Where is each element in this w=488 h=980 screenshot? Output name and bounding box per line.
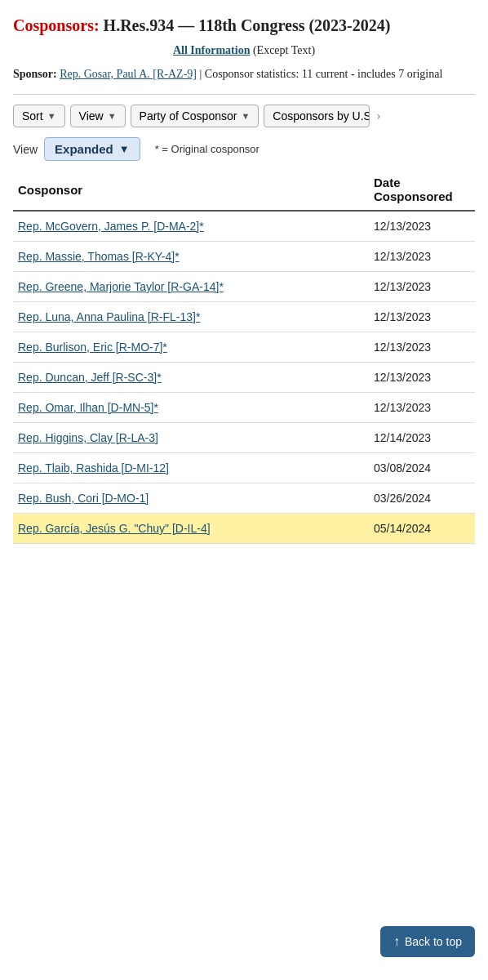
- all-info-note: (Except Text): [253, 44, 315, 56]
- page-title: Cosponsors: H.Res.934 — 118th Congress (…: [13, 15, 475, 36]
- view-bar-label: View: [13, 143, 38, 156]
- cosponsor-date-cell: 12/13/2023: [369, 242, 475, 272]
- sort-arrow-icon: ▼: [47, 111, 56, 121]
- cosponsors-by-label: Cosponsors by U.S.: [273, 109, 370, 122]
- cosponsor-link[interactable]: Rep. Greene, Marjorie Taylor [R-GA-14]*: [18, 280, 224, 293]
- expanded-label: Expanded: [55, 142, 113, 156]
- table-row: Rep. Duncan, Jeff [R-SC-3]*12/13/2023: [13, 363, 475, 393]
- cosponsor-link[interactable]: Rep. Massie, Thomas [R-KY-4]*: [18, 250, 180, 263]
- party-filter-label: Party of Cosponsor: [140, 109, 237, 122]
- table-row: Rep. Massie, Thomas [R-KY-4]*12/13/2023: [13, 242, 475, 272]
- cosponsor-link[interactable]: Rep. Burlison, Eric [R-MO-7]*: [18, 341, 167, 354]
- divider: [13, 94, 475, 95]
- cosponsor-link[interactable]: Rep. Higgins, Clay [R-LA-3]: [18, 431, 158, 444]
- table-row: Rep. Greene, Marjorie Taylor [R-GA-14]*1…: [13, 272, 475, 302]
- view-filter-label: View: [79, 109, 104, 122]
- party-filter-button[interactable]: Party of Cosponsor ▼: [131, 105, 260, 127]
- expanded-view-button[interactable]: Expanded ▼: [44, 137, 140, 161]
- sort-button[interactable]: Sort ▼: [13, 105, 65, 127]
- sponsor-info: Sponsor: Rep. Gosar, Paul A. [R-AZ-9] | …: [13, 65, 475, 82]
- table-row: Rep. García, Jesús G. "Chuy" [D-IL-4]05/…: [13, 514, 475, 544]
- party-arrow-icon: ▼: [241, 111, 250, 121]
- filter-bar: Sort ▼ View ▼ Party of Cosponsor ▼ Cospo…: [13, 105, 475, 127]
- cosponsor-name-cell: Rep. García, Jesús G. "Chuy" [D-IL-4]: [13, 514, 369, 544]
- cosponsor-date-cell: 12/13/2023: [369, 302, 475, 332]
- cosponsors-table: Cosponsor Date Cosponsored Rep. McGovern…: [13, 169, 475, 544]
- back-to-top-label: Back to top: [405, 935, 462, 948]
- table-row: Rep. Omar, Ilhan [D-MN-5]*12/13/2023: [13, 393, 475, 423]
- table-row: Rep. Bush, Cori [D-MO-1]03/26/2024: [13, 483, 475, 514]
- sponsor-link[interactable]: Rep. Gosar, Paul A. [R-AZ-9]: [60, 68, 197, 80]
- cosponsor-name-cell: Rep. Bush, Cori [D-MO-1]: [13, 483, 369, 514]
- table-row: Rep. Higgins, Clay [R-LA-3]12/14/2023: [13, 423, 475, 453]
- original-cosponsor-note: * = Original cosponsor: [155, 143, 260, 155]
- cosponsor-date-cell: 03/26/2024: [369, 483, 475, 514]
- cosponsor-link[interactable]: Rep. Tlaib, Rashida [D-MI-12]: [18, 461, 169, 474]
- cosponsor-date-cell: 12/13/2023: [369, 332, 475, 363]
- col-cosponsor: Cosponsor: [13, 169, 369, 211]
- cosponsor-date-cell: 03/08/2024: [369, 453, 475, 483]
- view-filter-button[interactable]: View ▼: [70, 105, 126, 127]
- cosponsor-name-cell: Rep. McGovern, James P. [D-MA-2]*: [13, 211, 369, 242]
- all-info-section: All Information (Except Text): [13, 44, 475, 57]
- cosponsor-name-cell: Rep. Greene, Marjorie Taylor [R-GA-14]*: [13, 272, 369, 302]
- view-bar: View Expanded ▼ * = Original cosponsor: [13, 137, 475, 161]
- cosponsor-link[interactable]: Rep. Duncan, Jeff [R-SC-3]*: [18, 371, 162, 384]
- cosponsor-date-cell: 12/13/2023: [369, 393, 475, 423]
- table-header-row: Cosponsor Date Cosponsored: [13, 169, 475, 211]
- table-row: Rep. Burlison, Eric [R-MO-7]*12/13/2023: [13, 332, 475, 363]
- cosponsor-name-cell: Rep. Duncan, Jeff [R-SC-3]*: [13, 363, 369, 393]
- cosponsor-date-cell: 12/13/2023: [369, 272, 475, 302]
- table-row: Rep. Luna, Anna Paulina [R-FL-13]*12/13/…: [13, 302, 475, 332]
- view-filter-arrow-icon: ▼: [108, 111, 117, 121]
- cosponsor-link[interactable]: Rep. Luna, Anna Paulina [R-FL-13]*: [18, 310, 200, 323]
- cosponsor-link[interactable]: Rep. McGovern, James P. [D-MA-2]*: [18, 220, 204, 233]
- cosponsor-date-cell: 05/14/2024: [369, 514, 475, 544]
- sort-label: Sort: [22, 109, 43, 122]
- table-row: Rep. McGovern, James P. [D-MA-2]*12/13/2…: [13, 211, 475, 242]
- bill-title: H.Res.934 — 118th Congress (2023-2024): [104, 16, 391, 34]
- cosponsor-link[interactable]: Rep. Bush, Cori [D-MO-1]: [18, 492, 149, 505]
- cosponsor-name-cell: Rep. Higgins, Clay [R-LA-3]: [13, 423, 369, 453]
- cosponsor-link[interactable]: Rep. García, Jesús G. "Chuy" [D-IL-4]: [18, 522, 211, 535]
- cosponsor-date-cell: 12/13/2023: [369, 363, 475, 393]
- cosponsor-date-cell: 12/14/2023: [369, 423, 475, 453]
- sponsor-prefix: Sponsor:: [13, 68, 60, 80]
- cosponsor-name-cell: Rep. Tlaib, Rashida [D-MI-12]: [13, 453, 369, 483]
- cosponsor-name-cell: Rep. Omar, Ilhan [D-MN-5]*: [13, 393, 369, 423]
- cosponsor-date-cell: 12/13/2023: [369, 211, 475, 242]
- cosponsor-name-cell: Rep. Burlison, Eric [R-MO-7]*: [13, 332, 369, 363]
- cosponsors-by-button[interactable]: Cosponsors by U.S. ▼: [264, 105, 370, 127]
- cosponsor-link[interactable]: Rep. Omar, Ilhan [D-MN-5]*: [18, 401, 158, 414]
- cosponsors-label: Cosponsors:: [13, 16, 100, 34]
- cosponsor-name-cell: Rep. Luna, Anna Paulina [R-FL-13]*: [13, 302, 369, 332]
- all-info-link[interactable]: All Information: [173, 44, 251, 56]
- cosponsor-name-cell: Rep. Massie, Thomas [R-KY-4]*: [13, 242, 369, 272]
- up-arrow-icon: ↑: [393, 934, 400, 949]
- col-date: Date Cosponsored: [369, 169, 475, 211]
- table-row: Rep. Tlaib, Rashida [D-MI-12]03/08/2024: [13, 453, 475, 483]
- expanded-arrow-icon: ▼: [119, 143, 130, 155]
- filter-scroll-right-icon[interactable]: ›: [376, 109, 380, 123]
- back-to-top-button[interactable]: ↑ Back to top: [380, 926, 475, 957]
- sponsor-stats: | Cosponsor statistics: 11 current - inc…: [197, 68, 442, 80]
